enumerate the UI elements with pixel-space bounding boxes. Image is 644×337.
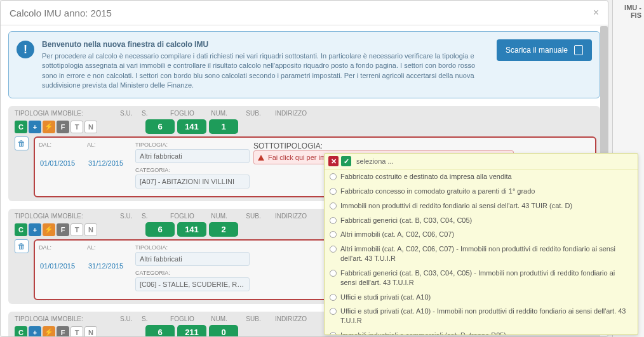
- pill-num: 141: [177, 119, 206, 134]
- tag-n-icon[interactable]: N: [84, 223, 97, 236]
- label-indirizzo: INDIRIZZO: [275, 213, 307, 220]
- type-tags: C + ⚡ F T N: [15, 326, 97, 336]
- type-tags: C + ⚡ F T N: [15, 223, 97, 236]
- label-tipologia: TIPOLOGIA IMMOBILE:: [15, 213, 116, 220]
- dropdown-option[interactable]: Fabbricato costruito e destinato da impr…: [325, 169, 638, 184]
- dropdown-option-label: Fabbricati generici (cat. B, C03, C04, C…: [340, 268, 633, 287]
- label-num: NUM.: [203, 315, 236, 322]
- dropdown-option-label: Altri immobili (cat. A, C02, C06, C07) -…: [340, 244, 633, 263]
- tag-plus-icon[interactable]: +: [29, 121, 41, 133]
- radio-icon: [330, 270, 337, 277]
- label-foglio: FOGLIO: [166, 213, 199, 220]
- welcome-banner: ! Benvenuto nella nuova finestra di calc…: [8, 31, 600, 98]
- tag-f-icon[interactable]: F: [57, 223, 69, 236]
- sottotipologia-dropdown: ✕ ✓ seleziona ... Fabbricato costruito e…: [324, 153, 638, 335]
- type-tags: C + ⚡ F T N: [15, 121, 97, 133]
- field-categoria[interactable]: [C06] - STALLE, SCUDERIE, RIMESSE: [135, 277, 250, 291]
- tag-f-icon[interactable]: F: [57, 121, 69, 133]
- dropdown-option[interactable]: Fabbricato concesso in comodato gratuito…: [325, 184, 638, 199]
- document-icon: [574, 45, 583, 55]
- value-al[interactable]: 31/12/2015: [87, 260, 131, 272]
- dropdown-confirm-icon[interactable]: ✓: [341, 156, 351, 166]
- dropdown-option[interactable]: Immobili non produttivi di reddito fondi…: [325, 199, 638, 213]
- label-foglio: FOGLIO: [166, 315, 199, 322]
- modal-header: Calcolo IMU anno: 2015 ×: [1, 1, 608, 25]
- dropdown-header: ✕ ✓ seleziona ...: [325, 154, 638, 169]
- radio-icon: [330, 308, 337, 315]
- value-al[interactable]: 31/12/2015: [87, 157, 131, 169]
- dropdown-placeholder: seleziona ...: [356, 157, 394, 165]
- dropdown-option-label: Fabbricati generici (cat. B, C03, C04, C…: [340, 216, 472, 225]
- dropdown-option-label: Immobili industriali e commerciali (cat.…: [340, 331, 506, 334]
- label-num: NUM.: [203, 213, 236, 220]
- dropdown-option[interactable]: Fabbricati generici (cat. B, C03, C04, C…: [325, 266, 638, 290]
- warning-icon: [258, 155, 264, 161]
- radio-icon: [330, 217, 337, 224]
- value-dal[interactable]: 01/01/2015: [39, 260, 83, 272]
- tag-n-icon[interactable]: N: [84, 326, 97, 336]
- tag-c-icon[interactable]: C: [15, 121, 27, 133]
- dropdown-list[interactable]: Fabbricato costruito e destinato da impr…: [325, 169, 638, 334]
- label-al: AL:: [87, 244, 131, 251]
- dropdown-option[interactable]: Uffici e studi privati (cat. A10) - Immo…: [325, 304, 638, 328]
- tag-n-icon[interactable]: N: [84, 121, 97, 133]
- label-s: S.: [142, 110, 159, 117]
- close-icon[interactable]: ×: [593, 7, 599, 18]
- radio-icon: [330, 202, 337, 209]
- manual-btn-label: Scarica il manuale: [506, 46, 568, 55]
- pill-foglio: 6: [145, 325, 175, 336]
- label-foglio: FOGLIO: [166, 110, 199, 117]
- dropdown-option[interactable]: Immobili industriali e commerciali (cat.…: [325, 328, 638, 334]
- radio-icon: [330, 294, 337, 301]
- info-icon: !: [17, 41, 34, 58]
- value-dal[interactable]: 01/01/2015: [39, 157, 83, 169]
- label-sub: SUB.: [239, 213, 267, 220]
- modal-title: Calcolo IMU anno: 2015: [10, 8, 112, 18]
- label-s: S.: [142, 213, 159, 220]
- side-label: IMU - FIS: [624, 4, 641, 19]
- pill-foglio: 6: [145, 222, 175, 237]
- field-categoria[interactable]: [A07] - ABITAZIONI IN VILLINI: [135, 175, 250, 188]
- field-tipologia[interactable]: Altri fabbricati: [135, 252, 250, 266]
- tag-bolt-icon[interactable]: ⚡: [43, 223, 55, 236]
- trash-icon[interactable]: 🗑: [15, 239, 29, 253]
- dropdown-option[interactable]: Altri immobili (cat. A, C02, C06, C07): [325, 227, 638, 242]
- label-categoria: CATEGORIA:: [135, 270, 250, 276]
- pill-sub: 1: [209, 119, 238, 134]
- dropdown-cancel-icon[interactable]: ✕: [328, 156, 339, 166]
- label-sub: SUB.: [239, 315, 267, 322]
- tag-t-icon[interactable]: T: [70, 121, 83, 133]
- tag-bolt-icon[interactable]: ⚡: [43, 121, 55, 133]
- label-su: S.U.: [120, 315, 138, 322]
- tag-f-icon[interactable]: F: [57, 326, 69, 336]
- tag-t-icon[interactable]: T: [70, 326, 83, 336]
- trash-icon[interactable]: 🗑: [15, 136, 29, 150]
- dropdown-option[interactable]: Uffici e studi privati (cat. A10): [325, 290, 638, 305]
- dropdown-option-label: Fabbricato concesso in comodato gratuito…: [340, 187, 535, 196]
- block-header: TIPOLOGIA IMMOBILE: S.U. S. FOGLIO NUM. …: [12, 110, 596, 119]
- pill-num: 141: [177, 222, 206, 237]
- label-sub: SUB.: [239, 110, 267, 117]
- dropdown-option-label: Fabbricato costruito e destinato da impr…: [340, 172, 512, 182]
- pill-num: 211: [177, 325, 206, 336]
- label-tipologia: TIPOLOGIA IMMOBILE:: [15, 315, 116, 322]
- tag-plus-icon[interactable]: +: [29, 326, 41, 336]
- radio-icon: [330, 231, 337, 238]
- tag-bolt-icon[interactable]: ⚡: [43, 326, 55, 336]
- label-num: NUM.: [203, 110, 236, 117]
- welcome-text: Benvenuto nella nuova finestra di calcol…: [42, 39, 489, 90]
- dropdown-option[interactable]: Fabbricati generici (cat. B, C03, C04, C…: [325, 213, 638, 228]
- label-indirizzo: INDIRIZZO: [275, 315, 307, 322]
- tag-c-icon[interactable]: C: [15, 223, 27, 236]
- tag-t-icon[interactable]: T: [70, 223, 83, 236]
- label-indirizzo: INDIRIZZO: [275, 110, 307, 117]
- tag-plus-icon[interactable]: +: [29, 223, 41, 236]
- id-pills: 6 141 1: [145, 119, 238, 134]
- field-tipologia[interactable]: Altri fabbricati: [135, 149, 250, 163]
- id-pills: 6 211 0: [145, 325, 238, 336]
- dropdown-option[interactable]: Altri immobili (cat. A, C02, C06, C07) -…: [325, 242, 638, 266]
- label-su: S.U.: [120, 213, 138, 220]
- tag-c-icon[interactable]: C: [15, 326, 27, 336]
- pill-sub: 2: [209, 222, 238, 237]
- download-manual-button[interactable]: Scarica il manuale: [497, 39, 592, 61]
